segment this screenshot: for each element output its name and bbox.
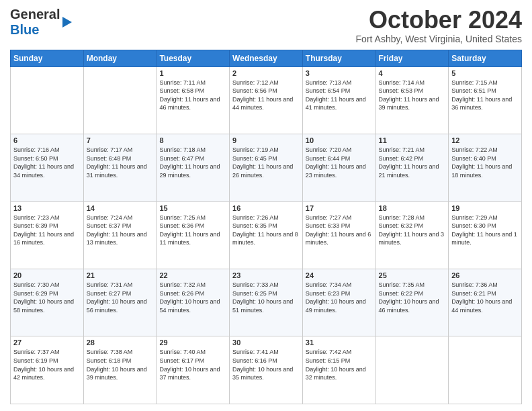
day-number: 16 <box>232 204 300 212</box>
day-info: Sunrise: 7:11 AM Sunset: 6:58 PM Dayligh… <box>159 79 226 112</box>
calendar-week-row: 13Sunrise: 7:23 AM Sunset: 6:39 PM Dayli… <box>11 201 522 269</box>
location: Fort Ashby, West Virginia, United States <box>356 34 522 44</box>
table-row: 26Sunrise: 7:36 AM Sunset: 6:21 PM Dayli… <box>449 269 522 336</box>
day-info: Sunrise: 7:20 AM Sunset: 6:44 PM Dayligh… <box>306 146 373 179</box>
day-info: Sunrise: 7:36 AM Sunset: 6:21 PM Dayligh… <box>451 281 519 314</box>
logo-general: General <box>10 7 60 21</box>
table-row: 28Sunrise: 7:38 AM Sunset: 6:18 PM Dayli… <box>83 336 157 404</box>
col-tuesday: Tuesday <box>157 50 230 66</box>
table-row: 3Sunrise: 7:13 AM Sunset: 6:54 PM Daylig… <box>302 66 375 134</box>
day-info: Sunrise: 7:16 AM Sunset: 6:50 PM Dayligh… <box>13 146 81 179</box>
day-number: 1 <box>159 69 226 77</box>
day-info: Sunrise: 7:30 AM Sunset: 6:29 PM Dayligh… <box>13 281 81 314</box>
day-number: 20 <box>13 271 81 279</box>
col-monday: Monday <box>83 50 157 66</box>
day-number: 19 <box>451 204 519 212</box>
logo-blue: Blue <box>10 22 39 37</box>
table-row: 4Sunrise: 7:14 AM Sunset: 6:53 PM Daylig… <box>375 66 449 134</box>
table-row: 24Sunrise: 7:34 AM Sunset: 6:23 PM Dayli… <box>302 269 375 336</box>
col-friday: Friday <box>375 50 449 66</box>
day-number: 17 <box>306 204 373 212</box>
day-number: 18 <box>379 204 446 212</box>
day-info: Sunrise: 7:13 AM Sunset: 6:54 PM Dayligh… <box>306 79 373 112</box>
day-number: 27 <box>13 338 81 347</box>
table-row: 5Sunrise: 7:15 AM Sunset: 6:51 PM Daylig… <box>449 66 522 134</box>
table-row: 16Sunrise: 7:26 AM Sunset: 6:35 PM Dayli… <box>230 201 303 269</box>
day-number: 26 <box>451 271 519 279</box>
title-block: October 2024 Fort Ashby, West Virginia, … <box>356 7 522 44</box>
table-row: 8Sunrise: 7:18 AM Sunset: 6:47 PM Daylig… <box>157 134 230 201</box>
table-row <box>449 336 522 404</box>
table-row: 23Sunrise: 7:33 AM Sunset: 6:25 PM Dayli… <box>230 269 303 336</box>
day-number: 24 <box>306 271 373 279</box>
day-number: 14 <box>87 204 154 212</box>
calendar-week-row: 1Sunrise: 7:11 AM Sunset: 6:58 PM Daylig… <box>11 66 522 134</box>
day-info: Sunrise: 7:17 AM Sunset: 6:48 PM Dayligh… <box>87 146 154 179</box>
table-row: 17Sunrise: 7:27 AM Sunset: 6:33 PM Dayli… <box>302 201 375 269</box>
day-number: 30 <box>232 338 300 347</box>
day-number: 11 <box>379 136 446 144</box>
day-info: Sunrise: 7:37 AM Sunset: 6:19 PM Dayligh… <box>13 348 81 381</box>
table-row: 6Sunrise: 7:16 AM Sunset: 6:50 PM Daylig… <box>11 134 84 201</box>
table-row: 31Sunrise: 7:42 AM Sunset: 6:15 PM Dayli… <box>302 336 375 404</box>
table-row: 21Sunrise: 7:31 AM Sunset: 6:27 PM Dayli… <box>83 269 157 336</box>
logo: General Blue <box>10 7 72 38</box>
day-number: 15 <box>159 204 226 212</box>
day-number: 29 <box>159 338 226 347</box>
day-number: 25 <box>379 271 446 279</box>
logo-text: General Blue <box>10 7 60 38</box>
table-row: 9Sunrise: 7:19 AM Sunset: 6:45 PM Daylig… <box>230 134 303 201</box>
table-row: 15Sunrise: 7:25 AM Sunset: 6:36 PM Dayli… <box>157 201 230 269</box>
day-number: 31 <box>306 338 373 347</box>
day-info: Sunrise: 7:34 AM Sunset: 6:23 PM Dayligh… <box>306 281 373 314</box>
day-info: Sunrise: 7:21 AM Sunset: 6:42 PM Dayligh… <box>379 146 446 179</box>
col-thursday: Thursday <box>302 50 375 66</box>
calendar-week-row: 6Sunrise: 7:16 AM Sunset: 6:50 PM Daylig… <box>11 134 522 201</box>
day-number: 4 <box>379 69 446 77</box>
day-info: Sunrise: 7:32 AM Sunset: 6:26 PM Dayligh… <box>159 281 226 314</box>
day-info: Sunrise: 7:19 AM Sunset: 6:45 PM Dayligh… <box>232 146 300 179</box>
day-number: 8 <box>159 136 226 144</box>
table-row: 14Sunrise: 7:24 AM Sunset: 6:37 PM Dayli… <box>83 201 157 269</box>
table-row: 19Sunrise: 7:29 AM Sunset: 6:30 PM Dayli… <box>449 201 522 269</box>
day-number: 21 <box>87 271 154 279</box>
day-info: Sunrise: 7:40 AM Sunset: 6:17 PM Dayligh… <box>159 348 226 381</box>
day-info: Sunrise: 7:15 AM Sunset: 6:51 PM Dayligh… <box>451 79 519 112</box>
day-number: 23 <box>232 271 300 279</box>
table-row: 2Sunrise: 7:12 AM Sunset: 6:56 PM Daylig… <box>230 66 303 134</box>
table-row: 13Sunrise: 7:23 AM Sunset: 6:39 PM Dayli… <box>11 201 84 269</box>
day-info: Sunrise: 7:38 AM Sunset: 6:18 PM Dayligh… <box>87 348 154 381</box>
table-row: 1Sunrise: 7:11 AM Sunset: 6:58 PM Daylig… <box>157 66 230 134</box>
header: General Blue October 2024 Fort Ashby, We… <box>10 7 522 44</box>
table-row: 18Sunrise: 7:28 AM Sunset: 6:32 PM Dayli… <box>375 201 449 269</box>
day-info: Sunrise: 7:31 AM Sunset: 6:27 PM Dayligh… <box>87 281 154 314</box>
day-info: Sunrise: 7:29 AM Sunset: 6:30 PM Dayligh… <box>451 214 519 247</box>
day-number: 22 <box>159 271 226 279</box>
day-number: 12 <box>451 136 519 144</box>
page: General Blue October 2024 Fort Ashby, We… <box>0 0 532 411</box>
table-row: 25Sunrise: 7:35 AM Sunset: 6:22 PM Dayli… <box>375 269 449 336</box>
table-row: 22Sunrise: 7:32 AM Sunset: 6:26 PM Dayli… <box>157 269 230 336</box>
day-info: Sunrise: 7:24 AM Sunset: 6:37 PM Dayligh… <box>87 214 154 247</box>
calendar-week-row: 27Sunrise: 7:37 AM Sunset: 6:19 PM Dayli… <box>11 336 522 404</box>
table-row: 27Sunrise: 7:37 AM Sunset: 6:19 PM Dayli… <box>11 336 84 404</box>
day-info: Sunrise: 7:28 AM Sunset: 6:32 PM Dayligh… <box>379 214 446 247</box>
day-info: Sunrise: 7:22 AM Sunset: 6:40 PM Dayligh… <box>451 146 519 179</box>
table-row: 11Sunrise: 7:21 AM Sunset: 6:42 PM Dayli… <box>375 134 449 201</box>
table-row <box>83 66 157 134</box>
calendar-week-row: 20Sunrise: 7:30 AM Sunset: 6:29 PM Dayli… <box>11 269 522 336</box>
day-number: 2 <box>232 69 300 77</box>
col-wednesday: Wednesday <box>230 50 303 66</box>
logo-arrow-icon <box>62 17 72 28</box>
day-number: 7 <box>87 136 154 144</box>
day-info: Sunrise: 7:27 AM Sunset: 6:33 PM Dayligh… <box>306 214 373 247</box>
table-row: 20Sunrise: 7:30 AM Sunset: 6:29 PM Dayli… <box>11 269 84 336</box>
month-title: October 2024 <box>356 7 522 34</box>
day-number: 3 <box>306 69 373 77</box>
calendar: Sunday Monday Tuesday Wednesday Thursday… <box>10 50 522 404</box>
day-number: 6 <box>13 136 81 144</box>
day-number: 28 <box>87 338 154 347</box>
table-row: 30Sunrise: 7:41 AM Sunset: 6:16 PM Dayli… <box>230 336 303 404</box>
day-info: Sunrise: 7:42 AM Sunset: 6:15 PM Dayligh… <box>306 348 373 381</box>
table-row: 29Sunrise: 7:40 AM Sunset: 6:17 PM Dayli… <box>157 336 230 404</box>
